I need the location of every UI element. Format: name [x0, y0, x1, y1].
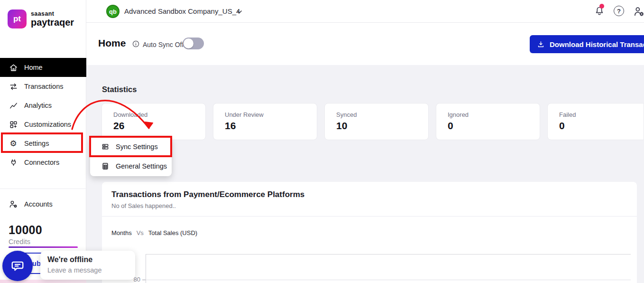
company-name[interactable]: Advanced Sandbox Company_US_4 [124, 7, 240, 15]
stat-card-synced[interactable]: Synced 10 [324, 103, 429, 140]
toggle-knob [184, 38, 193, 48]
stat-label: Under Review [225, 111, 305, 118]
stat-value: 0 [559, 120, 632, 132]
download-button-label: Download Historical Transactions [550, 40, 644, 48]
sidebar-item-label: Analytics [24, 102, 52, 109]
chart-gridline-80 [146, 280, 631, 280]
download-historical-button[interactable]: Download Historical Transactions [530, 35, 644, 53]
brand-name-top: saasant [31, 11, 74, 17]
sidebar-item-label: Settings [24, 140, 49, 147]
sidebar-item-settings[interactable]: ⚙ Settings [0, 134, 86, 153]
menu-item-general-settings[interactable]: General Settings [90, 156, 172, 176]
auto-sync-toggle[interactable] [183, 38, 204, 49]
topbar: qb Advanced Sandbox Company_US_4 ? [86, 0, 644, 23]
home-icon [9, 63, 18, 72]
brand-text: saasant paytraqer [31, 11, 74, 28]
plug-icon [9, 158, 18, 167]
transactions-icon [9, 82, 18, 91]
credits-value: 10000 [9, 223, 42, 237]
axis-label-y: Total Sales (USD) [148, 229, 197, 236]
customizations-icon [9, 120, 18, 129]
analytics-icon [9, 101, 18, 110]
settings-dropdown-menu: Sync Settings General Settings [90, 137, 172, 176]
transactions-panel-title: Transactions from Payment/Ecommerce Plat… [111, 190, 304, 199]
accounts-label: Accounts [24, 200, 53, 208]
transactions-panel-subtitle: No of Sales happened.. [111, 202, 176, 209]
stat-card-under-review[interactable]: Under Review 16 [213, 103, 317, 140]
offline-subtitle: Leave a message [47, 266, 128, 274]
chart-top-border [146, 254, 631, 255]
axis-vs: Vs [137, 229, 144, 236]
info-icon[interactable] [132, 40, 140, 48]
chart-y-tick [142, 280, 146, 280]
stat-card-ignored[interactable]: Ignored 0 [436, 103, 540, 140]
quickbooks-logo-icon: qb [106, 5, 120, 18]
stat-card-failed[interactable]: Failed 0 [547, 103, 644, 140]
server-stack-icon [101, 142, 110, 151]
user-gear-icon [9, 199, 18, 209]
sidebar-nav: Home Transactions Analytics [0, 58, 86, 172]
chat-offline-popup[interactable]: We're offline Leave a message [40, 251, 135, 280]
chart-y-axis [146, 254, 146, 283]
stat-label: Ignored [448, 111, 528, 118]
transactions-panel: Transactions from Payment/Ecommerce Plat… [102, 182, 637, 283]
offline-title: We're offline [47, 255, 128, 264]
sidebar-item-accounts[interactable]: Accounts [0, 195, 86, 214]
stat-card-downloaded[interactable]: Downloaded 26 [101, 103, 206, 140]
account-settings-icon[interactable] [633, 5, 644, 18]
page-title: Home [98, 38, 126, 49]
chat-icon [10, 259, 25, 273]
statistics-title: Statistics [102, 85, 137, 94]
stat-label: Synced [336, 111, 417, 118]
stat-label: Failed [559, 111, 632, 118]
calculator-icon [101, 161, 110, 171]
sidebar-item-connectors[interactable]: Connectors [0, 153, 86, 172]
menu-item-label: General Settings [116, 162, 167, 170]
brand-logo[interactable]: pt saasant paytraqer [8, 9, 74, 28]
sidebar-item-label: Home [24, 64, 43, 71]
stat-value: 16 [225, 120, 305, 132]
sidebar-item-transactions[interactable]: Transactions [0, 77, 86, 96]
stat-label: Downloaded [113, 111, 194, 118]
help-icon[interactable]: ? [614, 6, 624, 16]
credits-label: Credits [9, 238, 30, 245]
download-icon [537, 40, 545, 48]
brand-badge-icon: pt [8, 9, 27, 28]
chart-axis-caption: Months Vs Total Sales (USD) [111, 229, 197, 236]
sidebar-item-customizations[interactable]: Customizations [0, 115, 86, 134]
help-glyph: ? [617, 8, 621, 15]
menu-item-sync-settings[interactable]: Sync Settings [90, 137, 172, 156]
gear-icon: ⚙ [9, 139, 18, 148]
credits-underline [9, 246, 78, 248]
notification-bell-icon[interactable] [594, 5, 605, 18]
panel-divider [102, 216, 637, 217]
auto-sync-label: Auto Sync Off [143, 41, 184, 48]
sidebar-item-label: Customizations [24, 121, 71, 128]
chevron-down-icon[interactable] [236, 8, 243, 16]
menu-item-label: Sync Settings [116, 143, 158, 151]
stat-value: 0 [448, 120, 528, 132]
sidebar: pt saasant paytraqer Home Transactions [0, 0, 86, 283]
sidebar-item-home[interactable]: Home [0, 58, 86, 77]
chat-launcher-button[interactable] [2, 251, 33, 281]
notification-dot [599, 4, 604, 9]
axis-label-x: Months [111, 229, 132, 236]
brand-name-bottom: paytraqer [31, 18, 74, 27]
page-header: Home Auto Sync Off Download Historical T… [86, 23, 644, 65]
sidebar-item-label: Connectors [24, 159, 59, 166]
sidebar-divider [0, 189, 86, 189]
stat-value: 26 [113, 120, 194, 132]
stat-value: 10 [336, 120, 417, 132]
sidebar-item-label: Transactions [24, 83, 63, 90]
sidebar-item-analytics[interactable]: Analytics [0, 96, 86, 115]
